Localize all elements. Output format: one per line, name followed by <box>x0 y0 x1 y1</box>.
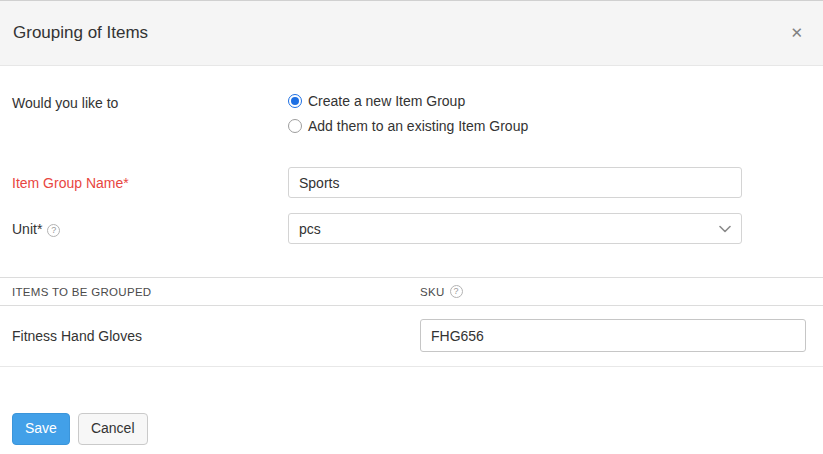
column-header-items: ITEMS TO BE GROUPED <box>12 286 420 298</box>
help-icon[interactable]: ? <box>47 224 60 237</box>
item-group-name-field[interactable] <box>288 167 742 198</box>
unit-row: Unit*? pcs <box>0 213 823 244</box>
chevron-down-icon <box>719 225 731 233</box>
grouping-of-items-dialog: Grouping of Items ✕ Would you like to Cr… <box>0 0 823 454</box>
unit-label-wrap: Unit*? <box>12 221 288 237</box>
radio-label: Add them to an existing Item Group <box>308 118 528 134</box>
sku-header-label: SKU <box>420 286 445 298</box>
radio-selected-icon[interactable] <box>288 94 302 108</box>
dialog-footer: Save Cancel <box>0 413 823 445</box>
table-header-row: ITEMS TO BE GROUPED SKU? <box>0 277 823 306</box>
grouping-choice-row: Would you like to Create a new Item Grou… <box>0 93 823 134</box>
unit-label: Unit* <box>12 221 42 237</box>
help-icon[interactable]: ? <box>450 285 463 298</box>
radio-unselected-icon[interactable] <box>288 119 302 133</box>
unit-selected-value: pcs <box>299 221 321 237</box>
dialog-header: Grouping of Items ✕ <box>0 1 823 66</box>
item-group-name-row: Item Group Name* <box>0 167 823 198</box>
column-header-sku: SKU? <box>420 285 811 298</box>
sku-cell <box>420 319 811 352</box>
unit-select[interactable]: pcs <box>288 213 742 244</box>
table-row: Fitness Hand Gloves <box>0 306 823 367</box>
item-name: Fitness Hand Gloves <box>12 328 420 344</box>
radio-create-new-item-group[interactable]: Create a new Item Group <box>288 93 528 109</box>
radio-add-to-existing-item-group[interactable]: Add them to an existing Item Group <box>288 118 528 134</box>
item-group-name-label: Item Group Name* <box>12 175 288 191</box>
grouping-choice-radio-group: Create a new Item Group Add them to an e… <box>288 93 528 134</box>
cancel-button[interactable]: Cancel <box>78 413 148 445</box>
sku-field[interactable] <box>420 319 806 352</box>
page-title: Grouping of Items <box>13 23 786 43</box>
close-icon[interactable]: ✕ <box>786 21 807 44</box>
items-to-be-grouped-table: ITEMS TO BE GROUPED SKU? Fitness Hand Gl… <box>0 277 823 367</box>
question-label: Would you like to <box>12 93 288 111</box>
save-button[interactable]: Save <box>12 413 70 445</box>
radio-label: Create a new Item Group <box>308 93 465 109</box>
